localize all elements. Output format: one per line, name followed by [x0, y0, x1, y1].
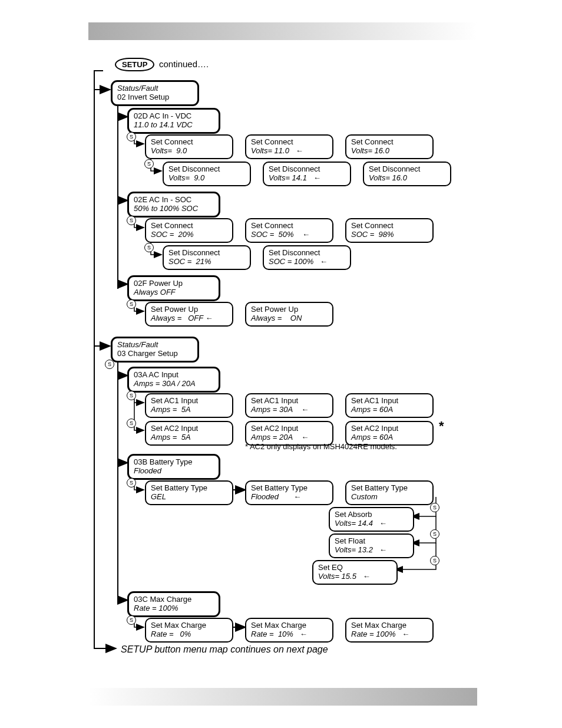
set-connect-volts-max: Set ConnectVolts= 16.0	[345, 134, 434, 159]
select-icon: S	[144, 159, 154, 169]
set-disconnect-soc-min: Set DisconnectSOC = 21%	[163, 245, 251, 270]
set-float-volts: Set FloatVolts= 13.2 ←	[329, 533, 414, 558]
status-fault-label: Status/Fault	[117, 84, 193, 93]
set-disconnect-volts-min: Set DisconnectVolts= 9.0	[163, 162, 251, 186]
battery-type-custom: Set Battery TypeCustom	[345, 480, 434, 505]
set-ac2-min: Set AC2 InputAmps = 5A	[145, 421, 233, 446]
set-disconnect-volts-default: Set DisconnectVolts= 14.1 ←	[263, 162, 351, 186]
continued-label: continued….	[159, 59, 209, 69]
select-icon: S	[430, 556, 439, 565]
continues-next-page: SETUP button menu map continues on next …	[121, 644, 328, 655]
max-charge-min: Set Max ChargeRate = 0%	[145, 618, 233, 643]
set-eq-volts: Set EQVolts= 15.5 ←	[312, 560, 398, 585]
menu-03-charger-setup: Status/Fault03 Charger Setup	[111, 337, 199, 363]
set-ac1-default: Set AC1 InputAmps = 30A ←	[245, 393, 333, 418]
select-icon: S	[127, 391, 136, 400]
max-charge-max: Set Max ChargeRate = 100% ←	[345, 618, 434, 643]
select-icon: S	[127, 299, 136, 309]
set-disconnect-soc-default: Set DisconnectSOC = 100% ←	[263, 245, 351, 270]
set-absorb-volts: Set AbsorbVolts= 14.4 ←	[329, 507, 414, 532]
set-connect-volts-default: Set ConnectVolts= 11.0 ←	[245, 134, 333, 159]
menu-03a: 03A AC InputAmps = 30A / 20A	[127, 367, 220, 393]
set-connect-soc-min: Set ConnectSOC = 20%	[145, 218, 233, 243]
set-disconnect-volts-max: Set DisconnectVolts= 16.0	[363, 162, 451, 186]
menu-02e: 02E AC In - SOC50% to 100% SOC	[127, 192, 220, 218]
set-powerup-on: Set Power UpAlways = ON	[245, 302, 333, 327]
label: 02D AC In - VDC	[134, 112, 214, 121]
set-connect-soc-default: Set ConnectSOC = 50% ←	[245, 218, 333, 243]
ac2-footnote: * AC2 only displays on MSH4024RE models.	[245, 442, 397, 451]
menu-02f: 02F Power UpAlways OFF	[127, 275, 220, 301]
battery-type-flooded: Set Battery TypeFlooded ←	[245, 480, 333, 505]
max-charge-default: Set Max ChargeRate = 10% ←	[245, 618, 333, 643]
select-icon: S	[430, 503, 439, 512]
select-icon: S	[144, 243, 154, 252]
set-connect-volts-min: Set ConnectVolts= 9.0	[145, 134, 233, 159]
select-icon: S	[127, 216, 136, 225]
battery-type-gel: Set Battery TypeGEL	[145, 480, 233, 505]
select-icon: S	[127, 419, 136, 428]
value-range: 11.0 to 14.1 VDC	[134, 121, 214, 130]
menu-03b: 03B Battery TypeFlooded	[127, 454, 220, 480]
menu-02-invert-setup: Status/Fault 02 Invert Setup	[111, 80, 199, 106]
set-ac1-max: Set AC1 InputAmps = 60A	[345, 393, 434, 418]
select-icon: S	[127, 132, 136, 141]
select-icon: S	[127, 478, 136, 487]
menu-02d: 02D AC In - VDC 11.0 to 14.1 VDC	[127, 108, 220, 134]
select-icon: S	[127, 615, 136, 625]
menu-03c: 03C Max ChargeRate = 100%	[127, 591, 220, 617]
set-powerup-off: Set Power UpAlways = OFF ←	[145, 302, 233, 327]
select-icon: S	[105, 360, 114, 369]
set-ac1-min: Set AC1 InputAmps = 5A	[145, 393, 233, 418]
menu-title: 02 Invert Setup	[117, 93, 193, 102]
setup-button[interactable]: SETUP	[115, 58, 154, 71]
footnote-star: *	[439, 419, 444, 434]
set-connect-soc-max: Set ConnectSOC = 98%	[345, 218, 434, 243]
select-icon: S	[430, 529, 439, 539]
